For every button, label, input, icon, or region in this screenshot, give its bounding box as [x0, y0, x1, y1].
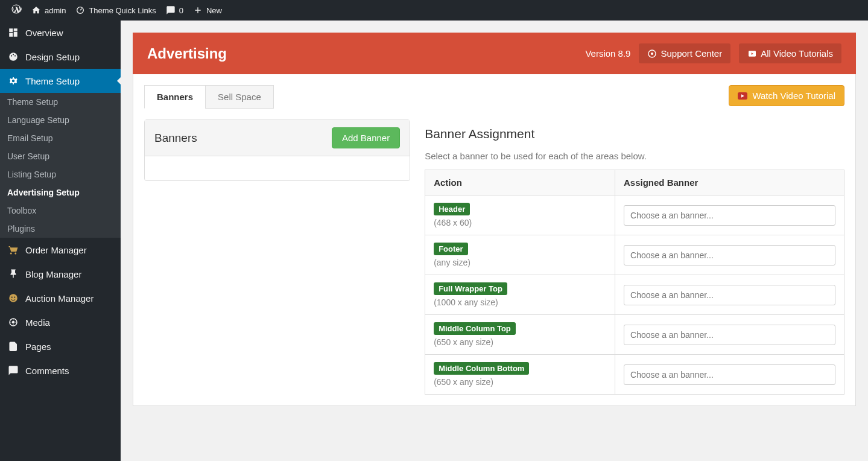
comments-link[interactable]: 0 [161, 5, 188, 15]
media-icon [7, 316, 19, 328]
pages-icon [7, 340, 19, 352]
svg-point-6 [11, 55, 12, 56]
sidebar-subitem-theme-setup[interactable]: Theme Setup [0, 93, 121, 111]
svg-point-10 [11, 296, 13, 297]
tab-banners[interactable]: Banners [144, 85, 206, 109]
banners-title: Banners [154, 132, 197, 145]
area-size: (468 x 60) [434, 218, 606, 227]
svg-point-9 [9, 294, 17, 302]
gear-icon [7, 75, 19, 87]
svg-rect-3 [14, 32, 17, 37]
sidebar-subitem-user-setup[interactable]: User Setup [0, 147, 121, 165]
table-row: Middle Column Bottom(650 x any size) [425, 355, 844, 395]
banner-select[interactable] [624, 364, 835, 385]
page-title: Advertising [147, 45, 227, 62]
banner-select[interactable] [624, 285, 835, 305]
watch-tutorial-button[interactable]: Watch Video Tutorial [729, 85, 844, 106]
svg-rect-4 [9, 33, 13, 37]
watch-label: Watch Video Tutorial [752, 91, 835, 101]
youtube-icon [738, 91, 747, 101]
table-row: Header(468 x 60) [425, 196, 844, 235]
main-content: Advertising Version 8.9 Support Center A… [121, 21, 868, 461]
sidebar-item-media[interactable]: Media [0, 310, 121, 334]
wordpress-icon [11, 4, 22, 17]
sidebar-subitem-listing-setup[interactable]: Listing Setup [0, 165, 121, 183]
site-name: admin [45, 6, 66, 15]
area-badge: Footer [434, 243, 467, 255]
sidebar-label: Theme Setup [25, 76, 80, 86]
svg-point-8 [14, 55, 16, 56]
site-link[interactable]: admin [27, 5, 71, 15]
sidebar-item-pages[interactable]: Pages [0, 334, 121, 358]
pin-icon [7, 268, 19, 280]
table-row: Full Wrapper Top(1000 x any size) [425, 275, 844, 315]
sidebar: OverviewDesign SetupTheme SetupTheme Set… [0, 21, 121, 461]
area-size: (650 x any size) [434, 337, 606, 347]
svg-point-15 [651, 52, 653, 55]
cart-icon [7, 244, 19, 256]
area-badge: Full Wrapper Top [434, 282, 507, 295]
panel-header: Advertising Version 8.9 Support Center A… [133, 33, 856, 74]
assignment-table: Action Assigned Banner Header(468 x 60)F… [425, 170, 844, 395]
support-label: Support Center [661, 48, 722, 59]
tab-sell-space[interactable]: Sell Space [205, 85, 274, 109]
home-icon [31, 5, 41, 15]
sidebar-subitem-email-setup[interactable]: Email Setup [0, 129, 121, 147]
banner-select[interactable] [624, 325, 835, 345]
svg-rect-2 [14, 28, 17, 31]
sidebar-label: Order Manager [25, 245, 87, 255]
sidebar-item-theme-setup[interactable]: Theme Setup [0, 69, 121, 93]
assignment-desc: Select a banner to be used for each of t… [425, 151, 844, 161]
banners-box: Banners Add Banner [144, 119, 410, 181]
area-badge: Header [434, 203, 470, 215]
sidebar-item-comments[interactable]: Comments [0, 358, 121, 383]
plus-icon [193, 5, 203, 15]
sidebar-item-order-manager[interactable]: Order Manager [0, 238, 121, 262]
area-size: (any size) [434, 258, 606, 267]
dashboard-icon [7, 27, 19, 39]
area-badge: Middle Column Bottom [434, 362, 529, 375]
banner-select[interactable] [624, 205, 835, 226]
sidebar-label: Comments [25, 366, 69, 376]
sidebar-label: Auction Manager [25, 293, 93, 304]
area-badge: Middle Column Top [434, 322, 516, 335]
add-banner-button[interactable]: Add Banner [332, 127, 400, 148]
sidebar-subitem-language-setup[interactable]: Language Setup [0, 111, 121, 129]
sidebar-subitem-toolbox[interactable]: Toolbox [0, 202, 121, 220]
sidebar-item-overview[interactable]: Overview [0, 21, 121, 45]
svg-point-11 [14, 296, 15, 297]
sidebar-item-blog-manager[interactable]: Blog Manager [0, 262, 121, 286]
svg-rect-1 [9, 28, 13, 32]
support-icon [647, 49, 657, 59]
banners-list [145, 156, 410, 180]
comment-icon [7, 364, 19, 377]
sidebar-label: Pages [25, 342, 51, 352]
tutorials-label: All Video Tutorials [761, 48, 833, 59]
new-label: New [206, 6, 222, 15]
new-link[interactable]: New [188, 5, 227, 15]
support-center-button[interactable]: Support Center [639, 43, 730, 63]
sidebar-label: Media [25, 317, 50, 328]
col-action: Action [425, 170, 615, 196]
theme-quick-links[interactable]: Theme Quick Links [71, 5, 160, 15]
svg-point-7 [13, 54, 14, 55]
comments-count: 0 [179, 6, 183, 15]
sidebar-item-design-setup[interactable]: Design Setup [0, 45, 121, 69]
table-row: Middle Column Top(650 x any size) [425, 315, 844, 355]
palette-icon [7, 51, 19, 63]
dashboard-icon [75, 5, 85, 15]
version-text: Version 8.9 [585, 48, 630, 59]
comment-icon [166, 5, 176, 15]
sidebar-subitem-advertising-setup[interactable]: Advertising Setup [0, 183, 121, 202]
sidebar-subitem-plugins[interactable]: Plugins [0, 220, 121, 238]
banner-select[interactable] [624, 245, 835, 265]
wp-logo[interactable] [6, 4, 27, 17]
all-tutorials-button[interactable]: All Video Tutorials [739, 43, 841, 63]
table-row: Footer(any size) [425, 235, 844, 275]
tabs: BannersSell Space [144, 85, 273, 109]
assignment-title: Banner Assignment [425, 119, 844, 151]
sidebar-item-auction-manager[interactable]: Auction Manager [0, 286, 121, 310]
theme-links-label: Theme Quick Links [89, 6, 156, 15]
admin-bar: admin Theme Quick Links 0 New [0, 0, 868, 21]
area-size: (650 x any size) [434, 377, 606, 387]
